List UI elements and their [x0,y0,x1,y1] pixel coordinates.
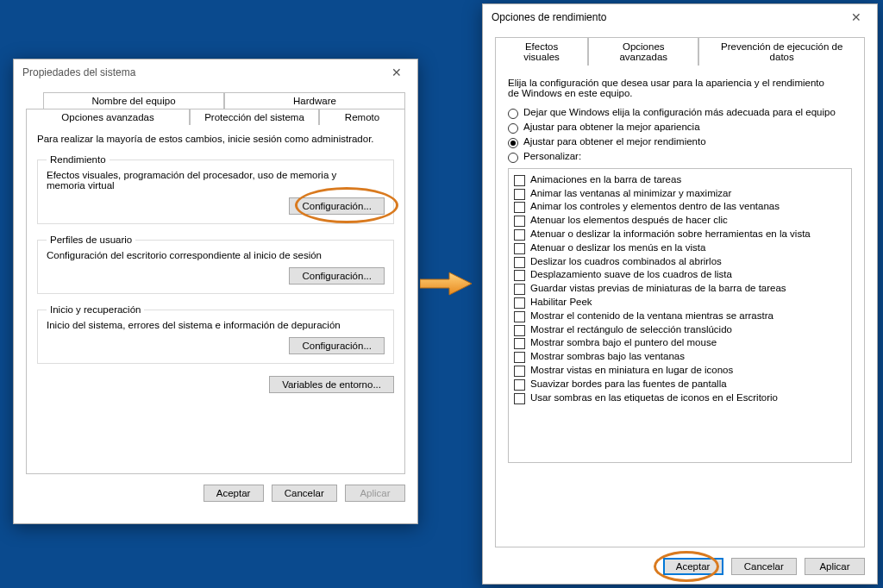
radio-icon [508,109,518,119]
checkbox-icon [514,352,525,363]
checkbox-label: Animar las ventanas al minimizar y maxim… [530,188,731,198]
system-properties-window: Propiedades del sistema ✕ Nombre del equ… [13,59,418,524]
checkbox-option[interactable]: Suavizar bordes para las fuentes de pant… [514,378,846,391]
checkbox-icon [514,284,525,295]
radio-icon [508,153,518,163]
checkbox-option[interactable]: Desplazamiento suave de los cuadros de l… [514,269,846,281]
tab-computer-name[interactable]: Nombre del equipo [43,92,224,109]
close-icon[interactable]: ✕ [839,7,874,28]
profiles-settings-button[interactable]: Configuración... [289,267,385,285]
checkbox-icon [514,379,525,391]
checkbox-label: Mostrar vistas en miniatura en lugar de … [530,365,733,375]
radio-label: Dejar que Windows elija la configuración… [523,107,836,117]
radio-option[interactable]: Dejar que Windows elija la configuración… [508,107,852,119]
checkbox-label: Mostrar sombras bajo las ventanas [530,351,685,361]
checkbox-option[interactable]: Atenuar o deslizar los menús en la vista [514,242,846,254]
radio-option[interactable]: Ajustar para obtener el mejor rendimient… [508,136,852,148]
tab-dep[interactable]: Prevención de ejecución de datos [698,37,865,66]
checkbox-icon [514,338,525,349]
intro-text: Elija la configuración que desea usar pa… [508,78,827,98]
checkbox-label: Mostrar el rectángulo de selección trans… [530,324,732,335]
svg-marker-0 [420,272,472,295]
group-performance: Rendimiento Efectos visuales, programaci… [37,154,394,224]
checkbox-icon [514,175,525,186]
radio-label: Personalizar: [523,151,581,161]
ok-button[interactable]: Aceptar [663,558,723,575]
checkbox-option[interactable]: Animaciones en la barra de tareas [514,174,846,186]
radio-icon [508,138,518,148]
performance-settings-button[interactable]: Configuración... [289,197,385,215]
radio-icon [508,123,518,134]
tab-remote[interactable]: Remoto [319,109,405,125]
cancel-button[interactable]: Cancelar [731,558,797,575]
checkbox-label: Guardar vistas previas de miniaturas de … [530,283,786,293]
radio-option[interactable]: Personalizar: [508,151,852,163]
checkbox-icon [514,297,525,309]
startup-settings-button[interactable]: Configuración... [289,337,385,354]
checkbox-icon [514,311,525,322]
admin-note: Para realizar la mayoría de estos cambio… [37,134,394,144]
ok-button[interactable]: Aceptar [204,485,264,502]
checkbox-option[interactable]: Atenuar los elementos después de hacer c… [514,215,846,227]
checkbox-label: Suavizar bordes para las fuentes de pant… [530,378,727,389]
checkbox-option[interactable]: Atenuar o deslizar la información sobre … [514,228,846,241]
checkbox-option[interactable]: Guardar vistas previas de miniaturas de … [514,283,846,295]
tab-hardware[interactable]: Hardware [224,92,405,109]
performance-options-window: Opciones de rendimiento ✕ Efectos visual… [482,3,878,585]
checkbox-icon [514,366,525,377]
radio-label: Ajustar para obtener la mejor apariencia [523,122,700,132]
env-vars-button[interactable]: Variables de entorno... [269,376,394,393]
checkbox-label: Habilitar Peek [530,297,592,307]
checkbox-icon [514,202,525,213]
window-title: Propiedades del sistema [22,66,379,78]
effects-list[interactable]: Animaciones en la barra de tareasAnimar … [508,168,852,463]
checkbox-icon [514,216,525,227]
checkbox-label: Atenuar o deslizar la información sobre … [530,228,811,239]
checkbox-label: Atenuar los elementos después de hacer c… [530,215,728,225]
close-icon[interactable]: ✕ [379,62,414,83]
checkbox-option[interactable]: Animar las ventanas al minimizar y maxim… [514,188,846,200]
checkbox-label: Usar sombras en las etiquetas de iconos … [530,392,778,403]
checkbox-icon [514,243,525,254]
checkbox-option[interactable]: Habilitar Peek [514,297,846,309]
checkbox-label: Animar los controles y elementos dentro … [530,201,780,211]
checkbox-icon [514,270,525,281]
checkbox-icon [514,257,525,268]
checkbox-option[interactable]: Usar sombras en las etiquetas de iconos … [514,392,846,404]
checkbox-option[interactable]: Deslizar los cuadros combinados al abrir… [514,256,846,268]
group-performance-desc: Efectos visuales, programación del proce… [47,170,374,191]
checkbox-icon [514,325,525,336]
radio-label: Ajustar para obtener el mejor rendimient… [523,136,706,147]
group-profiles-desc: Configuración del escritorio correspondi… [47,250,385,260]
radio-option[interactable]: Ajustar para obtener la mejor apariencia [508,122,852,134]
checkbox-option[interactable]: Mostrar sombras bajo las ventanas [514,351,846,363]
window-title: Opciones de rendimiento [492,11,839,23]
group-profiles: Perfiles de usuario Configuración del es… [37,235,394,294]
group-performance-legend: Rendimiento [47,154,110,165]
group-startup-legend: Inicio y recuperación [47,304,144,315]
checkbox-label: Animaciones en la barra de tareas [530,174,681,185]
group-profiles-legend: Perfiles de usuario [47,235,135,245]
checkbox-label: Atenuar o deslizar los menús en la vista [530,242,705,253]
apply-button[interactable]: Aplicar [345,485,405,502]
group-startup: Inicio y recuperación Inicio del sistema… [37,304,394,364]
tab-advanced[interactable]: Opciones avanzadas [588,37,698,66]
group-startup-desc: Inicio del sistema, errores del sistema … [47,320,385,330]
checkbox-option[interactable]: Mostrar el rectángulo de selección trans… [514,324,846,336]
checkbox-option[interactable]: Mostrar el contenido de la ventana mient… [514,310,846,322]
checkbox-label: Desplazamiento suave de los cuadros de l… [530,269,732,279]
tab-system-protection[interactable]: Protección del sistema [190,109,319,125]
cancel-button[interactable]: Cancelar [272,485,337,502]
tab-visual-effects[interactable]: Efectos visuales [495,37,588,66]
checkbox-label: Deslizar los cuadros combinados al abrir… [530,256,722,266]
tab-advanced[interactable]: Opciones avanzadas [26,109,190,125]
checkbox-label: Mostrar el contenido de la ventana mient… [530,310,773,321]
apply-button[interactable]: Aplicar [805,558,865,575]
checkbox-option[interactable]: Animar los controles y elementos dentro … [514,201,846,213]
checkbox-label: Mostrar sombra bajo el puntero del mouse [530,337,717,347]
arrow-icon [420,271,472,297]
checkbox-option[interactable]: Mostrar vistas en miniatura en lugar de … [514,365,846,377]
titlebar: Opciones de rendimiento ✕ [483,4,877,30]
checkbox-option[interactable]: Mostrar sombra bajo el puntero del mouse [514,337,846,349]
checkbox-icon [514,189,525,200]
